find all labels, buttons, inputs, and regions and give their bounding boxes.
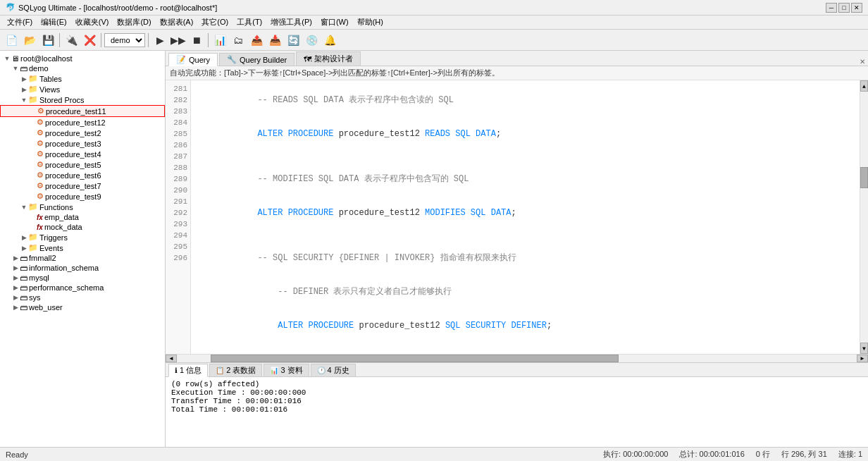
tree-db-webuser[interactable]: ▶ 🗃 web_user xyxy=(0,302,165,312)
code-text: -- SQL SECURITY {DEFINER | INVOKER} 指命谁有… xyxy=(257,253,516,263)
tree-proc-test3[interactable]: ⚙ procedure_test3 xyxy=(0,138,165,149)
menu-enhance[interactable]: 增强工具(P) xyxy=(266,16,316,29)
toolbar-explain[interactable]: 📊 xyxy=(211,32,228,49)
hscroll-thumb[interactable] xyxy=(211,355,619,362)
tree-proc-test2[interactable]: ⚙ procedure_test2 xyxy=(0,128,165,138)
toolbar-notify[interactable]: 🔔 xyxy=(321,32,338,49)
tree-views[interactable]: ▶ 📁 Views xyxy=(0,84,165,94)
proc-icon: ⚙ xyxy=(37,128,44,137)
menu-file[interactable]: 文件(F) xyxy=(3,16,37,29)
toolbar-import[interactable]: 📥 xyxy=(266,32,283,49)
toolbar-stop[interactable]: ⏹ xyxy=(188,32,205,49)
toolbar-save[interactable]: 💾 xyxy=(39,32,56,49)
window-title: SQLyog Ultimate - [localhost/root/demo -… xyxy=(18,4,217,12)
menu-window[interactable]: 窗口(W) xyxy=(316,16,353,29)
result-tab-info[interactable]: ℹ 1 信息 xyxy=(168,364,208,377)
line-num-290: 290 xyxy=(166,185,190,196)
tree-db-fmmall2[interactable]: ▶ 🗃 fmmall2 xyxy=(0,253,165,263)
toolbar-sync[interactable]: 🔄 xyxy=(285,32,302,49)
toolbar-export[interactable]: 📤 xyxy=(248,32,265,49)
folder-icon: 📁 xyxy=(28,233,38,242)
result-tab-history[interactable]: 🕐 4 历史 xyxy=(311,364,356,376)
toolbar-open[interactable]: 📂 xyxy=(21,32,38,49)
tree-toggle-functions[interactable]: ▼ xyxy=(20,204,28,211)
tree-db-sys[interactable]: ▶ 🗃 sys xyxy=(0,293,165,302)
tree-db-perfschema[interactable]: ▶ 🗃 performance_schema xyxy=(0,283,165,293)
code-text: -- READS SQL DATA 表示子程序中包含读的 SQL xyxy=(257,95,453,105)
horizontal-scrollbar[interactable]: ◄ ► xyxy=(166,354,868,362)
tree-toggle-infschema[interactable]: ▶ xyxy=(11,264,20,271)
tab-query-builder[interactable]: 🔧 Query Builder xyxy=(219,53,294,66)
menu-edit[interactable]: 编辑(E) xyxy=(37,16,71,29)
scroll-thumb[interactable] xyxy=(860,167,868,188)
code-editor[interactable]: 281 282 283 284 285 286 287 288 289 290 … xyxy=(166,80,868,354)
toolbar-new[interactable]: 📄 xyxy=(3,32,20,49)
menu-table[interactable]: 数据表(A) xyxy=(156,16,198,29)
result-tab-data[interactable]: 📋 2 表数据 xyxy=(209,364,262,376)
toolbar-run-all[interactable]: ▶▶ xyxy=(170,32,187,49)
tree-toggle-procs[interactable]: ▼ xyxy=(20,97,28,104)
tree-proc-test7[interactable]: ⚙ procedure_test7 xyxy=(0,180,165,191)
close-button[interactable]: ✕ xyxy=(851,3,862,13)
schema-designer-tab-label: 架构设计者 xyxy=(314,54,353,64)
scroll-track xyxy=(860,92,868,343)
menu-tools[interactable]: 工具(T) xyxy=(232,16,266,29)
tree-events[interactable]: ▶ 📁 Events xyxy=(0,242,165,253)
result-line-3: Transfer Time : 00:00:01:016 xyxy=(171,397,862,405)
tree-stored-procs[interactable]: ▼ 📁 Stored Procs xyxy=(0,94,165,105)
menu-database[interactable]: 数据库(D) xyxy=(113,16,155,29)
tree-proc-test4[interactable]: ⚙ procedure_test4 xyxy=(0,149,165,159)
scroll-left-button[interactable]: ◄ xyxy=(166,355,177,362)
code-text xyxy=(257,287,278,297)
panel-close-button[interactable]: ✕ xyxy=(860,58,865,66)
scroll-up-button[interactable]: ▲ xyxy=(860,80,868,92)
tree-db-mysql[interactable]: ▶ 🗃 mysql xyxy=(0,273,165,283)
tree-toggle-webuser[interactable]: ▶ xyxy=(11,304,20,311)
tree-tables[interactable]: ▶ 📁 Tables xyxy=(0,73,165,84)
tree-toggle-sys[interactable]: ▶ xyxy=(11,294,20,301)
tree-func-emp[interactable]: fx emp_data xyxy=(0,212,165,222)
tree-toggle-mysql[interactable]: ▶ xyxy=(11,274,20,281)
toolbar-disconnect[interactable]: ❌ xyxy=(81,32,98,49)
tree-db-infschema[interactable]: ▶ 🗃 information_schema xyxy=(0,263,165,273)
tree-proc-test9[interactable]: ⚙ procedure_test9 xyxy=(0,191,165,202)
tree-toggle-tables[interactable]: ▶ xyxy=(20,75,28,82)
vertical-scrollbar[interactable]: ▲ ▼ xyxy=(860,80,868,354)
result-tab-data-label: 2 表数据 xyxy=(226,365,256,376)
tree-toggle-root[interactable]: ▼ xyxy=(3,55,11,62)
menu-other[interactable]: 其它(O) xyxy=(197,16,232,29)
maximize-button[interactable]: □ xyxy=(838,3,850,13)
result-tab-profile[interactable]: 📊 3 资料 xyxy=(264,364,309,376)
tree-toggle-demo[interactable]: ▼ xyxy=(11,65,20,72)
tree-proc-test12[interactable]: ⚙ procedure_test12 xyxy=(0,117,165,128)
tree-toggle-views[interactable]: ▶ xyxy=(20,86,28,93)
database-dropdown[interactable]: demo xyxy=(104,33,145,47)
tree-root-node[interactable]: ▼ 🖥 root@localhost xyxy=(0,54,165,63)
tree-func-mock[interactable]: fx mock_data xyxy=(0,222,165,232)
tree-db-demo[interactable]: ▼ 🗃 demo xyxy=(0,63,165,73)
menu-favorites[interactable]: 收藏夹(V) xyxy=(71,16,113,29)
tree-toggle-fmmall2[interactable]: ▶ xyxy=(11,254,20,262)
db-perfschema-label: performance_schema xyxy=(29,283,104,292)
toolbar-connect[interactable]: 🔌 xyxy=(63,32,80,49)
tab-query[interactable]: 📝 Query xyxy=(168,53,218,66)
tree-toggle-triggers[interactable]: ▶ xyxy=(20,234,28,241)
tree-triggers[interactable]: ▶ 📁 Triggers xyxy=(0,232,165,242)
minimize-button[interactable]: ─ xyxy=(826,3,837,13)
scroll-down-button[interactable]: ▼ xyxy=(860,343,868,354)
menu-help[interactable]: 帮助(H) xyxy=(353,16,388,29)
toolbar-backup[interactable]: 💿 xyxy=(303,32,320,49)
scroll-right-button[interactable]: ► xyxy=(857,355,868,362)
result-line-4: Total Time : 00:00:01:016 xyxy=(171,405,862,414)
tree-proc-test11[interactable]: ⚙ procedure_test11 xyxy=(0,105,165,117)
tree-proc-test5[interactable]: ⚙ procedure_test5 xyxy=(0,159,165,170)
tab-schema-designer[interactable]: 🗺 架构设计者 xyxy=(296,51,361,66)
tree-proc-test6[interactable]: ⚙ procedure_test6 xyxy=(0,170,165,180)
toolbar-run[interactable]: ▶ xyxy=(151,32,168,49)
toolbar-schema[interactable]: 🗂 xyxy=(230,32,247,49)
tree-toggle-perfschema[interactable]: ▶ xyxy=(11,284,20,291)
tree-toggle-events[interactable]: ▶ xyxy=(20,245,28,252)
code-content[interactable]: -- READS SQL DATA 表示子程序中包含读的 SQL ALTER P… xyxy=(191,80,860,354)
status-right: 执行: 00:00:00:000 总计: 00:00:01:016 0 行 行 … xyxy=(603,449,862,460)
tree-functions[interactable]: ▼ 📁 Functions xyxy=(0,202,165,212)
